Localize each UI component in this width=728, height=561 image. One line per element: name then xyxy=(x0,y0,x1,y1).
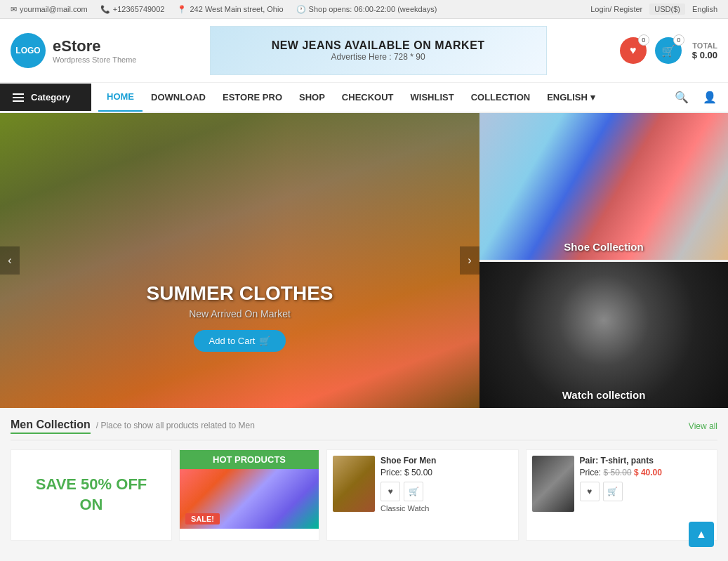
watch-collection-image[interactable]: Watch collection xyxy=(479,260,728,409)
cart-button[interactable]: 🛒 0 xyxy=(655,37,682,64)
wishlist-product-2-button[interactable]: ♥ xyxy=(580,482,600,501)
wishlist-button[interactable]: ♥ 0 xyxy=(620,37,647,64)
store-name: eStore xyxy=(53,37,136,55)
product-card-1: Shoe For Men Price: $ 50.00 ♥ 🛒 Classic … xyxy=(326,449,519,541)
address-item: 📍 242 West Main street, Ohio xyxy=(177,5,283,14)
hero-prev-button[interactable]: ‹ xyxy=(0,246,20,275)
header: LOGO eStore Wordpress Store Theme NEW JE… xyxy=(0,19,728,83)
product-name-2: Pair: T-shirt, pants xyxy=(580,456,712,466)
total-label: TOTAL xyxy=(692,41,717,50)
logo-area: LOGO eStore Wordpress Store Theme xyxy=(11,33,136,68)
top-bar-left: ✉ yourmail@mail.com 📞 +12365749002 📍 242… xyxy=(11,5,437,14)
store-tagline: Wordpress Store Theme xyxy=(53,55,136,64)
logo-text-area: eStore Wordpress Store Theme xyxy=(53,37,136,64)
product-thumb-1 xyxy=(333,456,375,512)
watch-collection-label: Watch collection xyxy=(562,389,646,401)
logo-circle[interactable]: LOGO xyxy=(11,33,46,68)
category-label: Category xyxy=(31,92,70,103)
header-icons: ♥ 0 🛒 0 xyxy=(620,37,682,64)
hero-btn-label: Add to Cart xyxy=(209,336,256,346)
watch-visual xyxy=(479,262,728,409)
wishlist-count: 0 xyxy=(638,34,649,46)
nav-english[interactable]: ENGLISH ▾ xyxy=(538,84,603,111)
banner[interactable]: NEW JEANS AVAILABLE ON MARKET Advertise … xyxy=(210,26,547,75)
hours-item: 🕐 Shop opens: 06:00-22:00 (weekdays) xyxy=(296,5,437,14)
nav-shop[interactable]: SHOP xyxy=(291,84,333,111)
section-title-area: Men Collection / Place to show all produ… xyxy=(11,418,255,434)
category-button[interactable]: Category xyxy=(0,84,91,111)
products-row: SAVE 50% OFFON HOT PRODUCTS SALE! Shoe F… xyxy=(11,449,717,548)
product-price-2: Price: $ 50.00 $ 40.00 xyxy=(580,468,712,477)
new-price-2: $ 40.00 xyxy=(634,468,662,477)
banner-subtitle: Advertise Here : 728 * 90 xyxy=(272,52,485,62)
hero-slider: ‹ › SUMMER CLOTHES New Arrived On Market… xyxy=(0,113,479,408)
hero-image xyxy=(0,113,479,408)
side-images: Shoe Collection Watch collection xyxy=(479,113,728,408)
section-header: Men Collection / Place to show all produ… xyxy=(11,418,717,441)
section-subtitle: / Place to show all products related to … xyxy=(96,421,255,430)
nav-right: 🔍 👤 xyxy=(670,86,728,109)
shoe-collection-image[interactable]: Shoe Collection xyxy=(479,113,728,260)
product-label-1: Classic Watch xyxy=(380,504,512,513)
search-button[interactable]: 🔍 xyxy=(670,86,693,109)
view-all-link[interactable]: View all xyxy=(689,421,717,431)
hot-products-header: HOT PRODUCTS xyxy=(180,450,319,469)
hero-background xyxy=(0,113,479,408)
product-actions-2: ♥ 🛒 xyxy=(580,482,712,501)
top-bar: ✉ yourmail@mail.com 📞 +12365749002 📍 242… xyxy=(0,0,728,19)
nav-links: HOME DOWNLOAD ESTORE PRO SHOP CHECKOUT W… xyxy=(91,83,670,112)
nav-home[interactable]: HOME xyxy=(98,83,143,112)
hero-title: SUMMER CLOTHES xyxy=(135,282,345,305)
cart-icon-hero: 🛒 xyxy=(259,336,270,346)
product-thumb-2 xyxy=(532,456,574,512)
old-price-2: $ 50.00 xyxy=(604,468,632,477)
shoe-visual xyxy=(479,113,728,260)
hours-text: Shop opens: 06:00-22:00 (weekdays) xyxy=(309,5,437,13)
hot-product-image[interactable]: SALE! xyxy=(180,469,319,529)
product-actions-1: ♥ 🛒 xyxy=(380,482,512,501)
banner-title: NEW JEANS AVAILABLE ON MARKET xyxy=(272,39,485,52)
hero-overlay: SUMMER CLOTHES New Arrived On Market Add… xyxy=(135,282,345,352)
phone-icon: 📞 xyxy=(100,5,110,14)
scroll-to-top-button[interactable]: ▲ xyxy=(689,522,714,547)
men-collection-section: Men Collection / Place to show all produ… xyxy=(0,408,728,548)
email-item: ✉ yourmail@mail.com xyxy=(11,5,88,14)
hero-next-button[interactable]: › xyxy=(460,246,479,275)
email-icon: ✉ xyxy=(11,5,17,14)
nav-wishlist[interactable]: WISHLIST xyxy=(402,84,463,111)
top-bar-right: Login/ Register USD($) English xyxy=(590,4,717,15)
clock-icon: 🕐 xyxy=(296,5,306,14)
header-right: ♥ 0 🛒 0 TOTAL $ 0.00 xyxy=(620,37,717,64)
logo-text: LOGO xyxy=(15,46,40,55)
language-selector[interactable]: English xyxy=(692,5,717,13)
add-to-cart-hero-button[interactable]: Add to Cart 🛒 xyxy=(194,330,286,352)
cart-count: 0 xyxy=(673,34,684,46)
shoe-collection-label: Shoe Collection xyxy=(564,241,643,253)
currency-badge[interactable]: USD($) xyxy=(649,4,685,15)
phone-item: 📞 +12365749002 xyxy=(100,5,165,14)
product-name-1: Shoe For Men xyxy=(380,456,512,466)
phone-text: +12365749002 xyxy=(113,5,165,13)
login-register-link[interactable]: Login/ Register xyxy=(590,5,642,13)
nav-estore-pro[interactable]: ESTORE PRO xyxy=(214,84,291,111)
nav-collection[interactable]: COLLECTION xyxy=(463,84,539,111)
save-text: SAVE 50% OFFON xyxy=(36,475,147,515)
navigation: Category HOME DOWNLOAD ESTORE PRO SHOP C… xyxy=(0,83,728,113)
cart-product-2-button[interactable]: 🛒 xyxy=(603,482,623,501)
total-amount: $ 0.00 xyxy=(692,50,717,60)
hot-products-card: HOT PRODUCTS SALE! xyxy=(179,449,319,541)
product-price-1: Price: $ 50.00 xyxy=(380,468,512,477)
main-content: ‹ › SUMMER CLOTHES New Arrived On Market… xyxy=(0,113,728,408)
hero-subtitle: New Arrived On Market xyxy=(135,308,345,319)
account-button[interactable]: 👤 xyxy=(699,86,721,109)
heart-icon: ♥ xyxy=(630,44,637,57)
product-info-1: Shoe For Men Price: $ 50.00 ♥ 🛒 Classic … xyxy=(380,456,512,534)
email-text: yourmail@mail.com xyxy=(20,5,88,13)
nav-download[interactable]: DOWNLOAD xyxy=(143,84,214,111)
cart-product-1-button[interactable]: 🛒 xyxy=(404,482,423,501)
sale-badge: SALE! xyxy=(185,513,220,524)
nav-checkout[interactable]: CHECKOUT xyxy=(333,84,402,111)
wishlist-product-1-button[interactable]: ♥ xyxy=(380,482,400,501)
cart-icon: 🛒 xyxy=(661,44,675,58)
save-card: SAVE 50% OFFON xyxy=(11,449,172,541)
